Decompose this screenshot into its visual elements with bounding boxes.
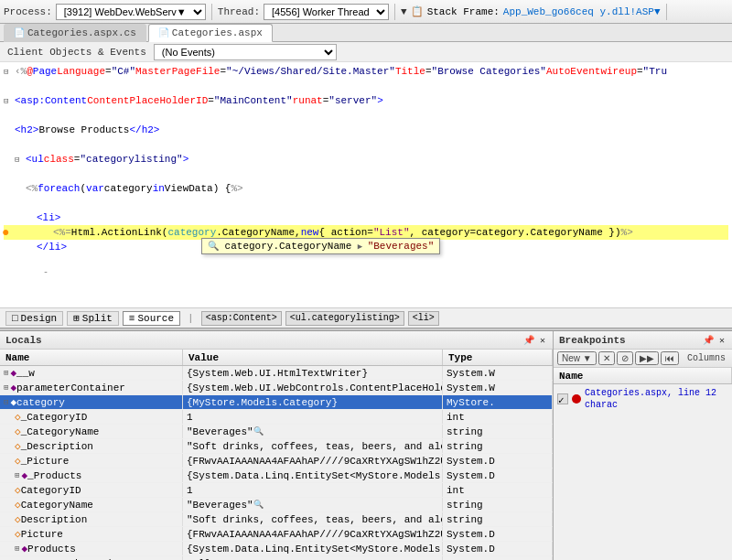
locals-table: Name Value Type ⊞ ◆ __w {System.Web.UI.H… — [0, 350, 553, 560]
table-row[interactable]: ◇ _Description "Soft drinks, coffees, te… — [0, 439, 553, 454]
row-type: int — [443, 483, 553, 497]
bp-row-text: Categories.aspx, line 12 charac — [585, 387, 728, 411]
row-value: "Soft drinks, coffees, teas, beers, and … — [183, 512, 443, 526]
table-row[interactable]: ⊞ ◆ parameterContainer {System.Web.UI.We… — [0, 381, 553, 395]
code-line-9: <% foreach (var category in ViewData) { … — [4, 181, 728, 196]
row-icon: ◇ — [15, 455, 21, 467]
expand-3[interactable]: ⊟ — [4, 96, 15, 106]
bp-columns-btn[interactable]: Columns — [684, 353, 728, 363]
table-row[interactable]: ◇ CategoryID 1 int — [0, 483, 553, 498]
locals-title-buttons: 📌 ✕ — [522, 335, 547, 346]
table-row[interactable]: ◇ CategoryName "Beverages" 🔍 string — [0, 498, 553, 512]
bp-row[interactable]: ✓ Categories.aspx, line 12 charac — [554, 384, 732, 414]
sep1 — [211, 4, 212, 20]
code-line-4 — [4, 108, 728, 123]
row-name: ◇ _Picture — [0, 454, 183, 468]
row-name: ⊞ ◆ __w — [0, 366, 183, 380]
events-dropdown[interactable]: (No Events) — [154, 44, 337, 60]
source-icon: ≡ — [129, 313, 135, 324]
expand-1[interactable]: ⊟ — [4, 67, 15, 77]
row-name: ⊞ ◆ parameterContainer — [0, 381, 183, 394]
row-icon: ◇ — [15, 411, 21, 423]
row-icon: ◇ — [15, 513, 21, 525]
locals-pin-btn[interactable]: 📌 — [522, 335, 536, 346]
table-row[interactable]: ◇ _CategoryID 1 int — [0, 410, 553, 425]
thread-dropdown[interactable]: [4556] Worker Thread — [264, 4, 389, 20]
row-name-text: CategoryID — [21, 485, 81, 496]
row-name-text: CategoryName — [21, 500, 93, 511]
sep3 — [666, 4, 667, 20]
row-value: {MyStore.Models.Category} — [183, 395, 443, 409]
row-value: {System.Web.UI.HtmlTextWriter} — [183, 366, 443, 380]
source-btn[interactable]: ≡ Source — [123, 311, 180, 326]
stack-frame-icon: 📋 — [411, 5, 424, 17]
table-row[interactable]: ◇ _Picture {FRwvAAIAAANAA4AFAAhAP////9Ca… — [0, 454, 553, 468]
tooltip-arrow: ▶ — [358, 242, 368, 252]
breadcrumb-ul[interactable]: <ul.categorylisting> — [285, 311, 404, 326]
split-btn[interactable]: ⊞ Split — [67, 311, 119, 326]
tooltip-text: category.CategoryName — [225, 241, 352, 252]
row-value: "Soft drinks, coffees, teas, beers, and … — [183, 439, 443, 453]
tab-cs-label: Categories.aspx.cs — [27, 27, 136, 38]
row-type: MyStore. — [443, 395, 553, 409]
expand-icon[interactable]: ⊞ — [4, 368, 8, 378]
row-name: ⊞ ◆ _Products — [0, 468, 183, 482]
bp-new-btn[interactable]: New ▼ — [557, 351, 597, 365]
bp-enable-all-btn[interactable]: ▶▶ — [635, 351, 659, 365]
bp-export-btn[interactable]: ⏮ — [661, 351, 679, 365]
row-type: string — [443, 439, 553, 453]
bp-title-buttons: 📌 ✕ — [701, 335, 727, 346]
code-line-8 — [4, 167, 728, 181]
row-icon: ◆ — [10, 382, 16, 393]
process-label: Process: — [4, 6, 52, 17]
bp-pin-btn[interactable]: 📌 — [701, 335, 716, 346]
process-dropdown[interactable]: [3912] WebDev.WebServ▼ — [56, 4, 206, 20]
tab-categories-aspx[interactable]: 📄 Categories.aspx — [148, 24, 273, 42]
tab-aspx-label: Categories.aspx — [172, 27, 263, 38]
table-row[interactable]: ⊞ ◆ _Products {System.Data.Linq.EntitySe… — [0, 468, 553, 483]
expand-icon[interactable]: ⊞ — [4, 382, 8, 393]
row-name-text: __w — [16, 368, 35, 379]
row-value: {FRwvAAIAAANAA4AFAAhAP////9CaXRtYXAgSW1h… — [183, 527, 443, 541]
breakpoints-panel: Breakpoints 📌 ✕ New ▼ ✕ ⊘ ▶▶ ⏮ Columns N… — [554, 331, 732, 560]
bp-file-name: Categories.aspx, line 12 charac — [585, 388, 716, 410]
bp-checkbox[interactable]: ✓ — [557, 393, 568, 404]
table-row[interactable]: ⊟ ◆ category {MyStore.Models.Category} M… — [0, 395, 553, 410]
editor-area: Client Objects & Events (No Events) ⊟ ‹%… — [0, 42, 732, 307]
design-btn[interactable]: □ Design — [5, 311, 63, 326]
split-label: Split — [82, 313, 113, 324]
table-row[interactable]: ◇ _CategoryName "Beverages" 🔍 string — [0, 425, 553, 439]
locals-close-btn[interactable]: ✕ — [538, 335, 547, 346]
row-name-text: Products — [27, 544, 76, 555]
table-row[interactable]: ⊞ ◆ Products {System.Data.Linq.EntitySet… — [0, 542, 553, 556]
table-row[interactable]: ◇ PropertyChanged null System.C — [0, 556, 553, 560]
bp-delete-btn[interactable]: ✕ — [598, 351, 615, 365]
table-row[interactable]: ◇ Description "Soft drinks, coffees, tea… — [0, 512, 553, 527]
row-icon: ◇ — [15, 528, 21, 540]
row-type: int — [443, 410, 553, 424]
row-type: System.D — [443, 468, 553, 482]
row-name-text: _CategoryName — [21, 426, 100, 437]
bp-disable-btn[interactable]: ⊘ — [617, 351, 633, 365]
expand-icon[interactable]: ⊞ — [15, 470, 19, 480]
editor-header: Client Objects & Events (No Events) — [0, 42, 732, 62]
expand-icon[interactable]: ⊟ — [4, 397, 8, 407]
breakpoint-marker: ● — [2, 225, 9, 240]
tab-categories-cs[interactable]: 📄 Categories.aspx.cs — [4, 24, 146, 42]
table-header: Name Value Type — [0, 350, 553, 366]
breadcrumb-asp-content[interactable]: <asp:Content> — [201, 311, 282, 326]
row-icon: ◆ — [21, 543, 27, 555]
stack-frame-value[interactable]: App_Web_go66ceq y.dll!ASP▼ — [503, 6, 661, 17]
design-label: Design — [21, 313, 58, 324]
expand-icon[interactable]: ⊞ — [15, 544, 19, 554]
col-name: Name — [0, 350, 183, 365]
expand-7[interactable]: ⊟ — [15, 155, 26, 165]
table-row[interactable]: ⊞ ◆ __w {System.Web.UI.HtmlTextWriter} S… — [0, 366, 553, 381]
table-row[interactable]: ◇ Picture {FRwvAAIAAANAA4AFAAhAP////9CaX… — [0, 527, 553, 542]
col-type: Type — [443, 350, 553, 365]
row-icon: ◇ — [15, 425, 21, 437]
row-name: ◇ PropertyChanged — [0, 556, 183, 560]
code-editor[interactable]: ⊟ ‹%@ Page Language="C#" MasterPageFile=… — [0, 62, 732, 273]
breadcrumb-li[interactable]: <li> — [408, 311, 439, 326]
bp-close-btn[interactable]: ✕ — [717, 335, 727, 346]
